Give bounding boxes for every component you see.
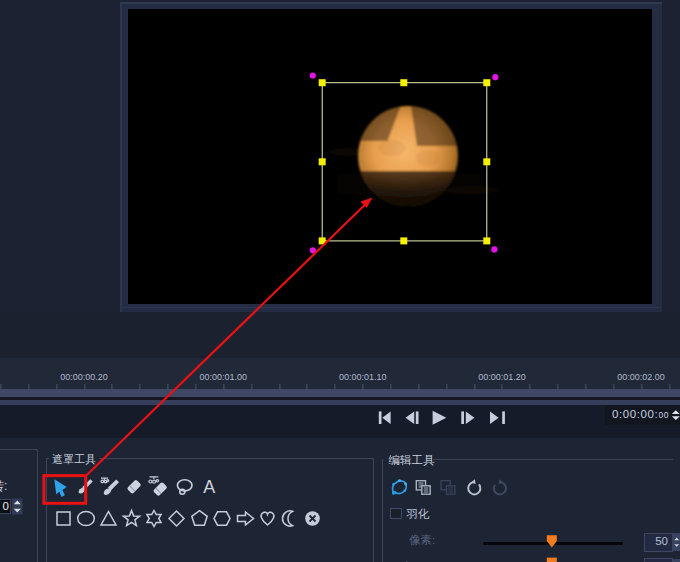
svg-text:A: A (203, 477, 215, 497)
